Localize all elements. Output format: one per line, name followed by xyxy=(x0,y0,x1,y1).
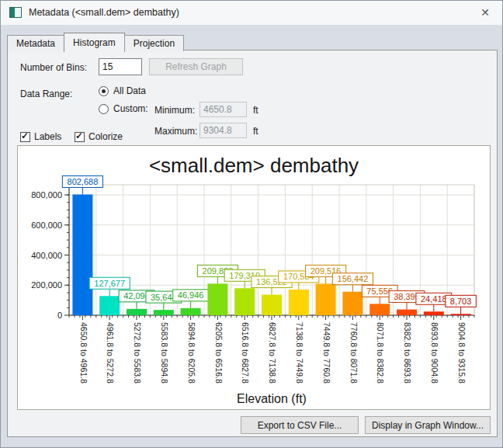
colorize-checkbox-label: Colorize xyxy=(88,131,123,142)
x-tick-label: 6516.8 to 6827.8 xyxy=(241,322,250,384)
bar-value-label: 8,703 xyxy=(450,297,472,306)
tab-metadata[interactable]: Metadata xyxy=(7,35,64,51)
x-tick-label: 4650.8 to 4961.8 xyxy=(79,322,88,384)
x-tick-label: 5272.8 to 5583.8 xyxy=(133,322,142,384)
y-tick-label: 200,000 xyxy=(31,280,62,290)
minimum-input[interactable] xyxy=(199,102,247,117)
refresh-graph-button[interactable]: Refresh Graph xyxy=(149,58,243,75)
x-tick-label: 9004.8 to 9315.8 xyxy=(457,322,467,384)
bar-value-label: 127,677 xyxy=(94,279,125,288)
metadata-dialog: Metadata (<small.dem> dembathy) ✕ Metada… xyxy=(0,0,503,448)
bar-value-label: 24,418 xyxy=(421,294,447,304)
check-icon: ✓ xyxy=(75,130,83,141)
histogram-bar xyxy=(181,308,201,315)
histogram-tab-page: Number of Bins: Refresh Graph Data Range… xyxy=(7,50,498,437)
histogram-bar xyxy=(262,295,282,315)
tab-strip: Metadata Histogram Projection xyxy=(7,33,184,51)
app-icon xyxy=(9,7,22,18)
maximum-label: Maximum: xyxy=(154,126,197,137)
x-tick-label: 6205.8 to 6516.8 xyxy=(214,322,224,384)
histogram-bar xyxy=(99,296,120,315)
histogram-bar xyxy=(342,292,363,315)
x-tick-label: 8693.8 to 9004.8 xyxy=(430,322,439,384)
histogram-bar xyxy=(234,288,255,315)
bar-value-label: 46,946 xyxy=(178,290,204,300)
tab-histogram[interactable]: Histogram xyxy=(64,33,125,52)
x-tick-label: 8382.8 to 8693.8 xyxy=(403,322,412,384)
maximum-unit-label: ft xyxy=(253,126,258,137)
histogram-bar xyxy=(397,310,417,315)
histogram-chart-panel: <small.dem> dembathy0200,000400,000600,0… xyxy=(17,145,491,410)
bar-value-label: 156,442 xyxy=(338,274,369,283)
window-title: Metadata (<small.dem> dembathy) xyxy=(29,1,179,25)
histogram-bar xyxy=(289,290,309,315)
display-in-graph-window-button[interactable]: Display in Graph Window... xyxy=(365,416,491,434)
tab-projection[interactable]: Projection xyxy=(124,35,184,51)
histogram-bar xyxy=(72,194,92,315)
labels-checkbox[interactable]: ✓ Labels xyxy=(20,131,61,142)
labels-checkbox-label: Labels xyxy=(34,131,61,142)
checkbox-icon[interactable]: ✓ xyxy=(75,132,85,142)
all-data-radio-label: All Data xyxy=(113,85,146,96)
x-tick-label: 4961.8 to 5272.8 xyxy=(106,322,115,384)
check-icon: ✓ xyxy=(21,130,29,141)
x-tick-label: 8071.8 to 8382.8 xyxy=(376,322,385,384)
histogram-bar xyxy=(369,304,390,315)
maximum-input[interactable] xyxy=(199,123,247,138)
x-tick-label: 5583.8 to 5894.8 xyxy=(160,322,169,384)
y-tick-label: 800,000 xyxy=(31,190,62,200)
x-tick-label: 7138.8 to 7449.8 xyxy=(295,322,304,384)
minimum-unit-label: ft xyxy=(253,105,258,116)
y-tick-label: 600,000 xyxy=(31,221,62,230)
histogram-bar xyxy=(424,311,444,315)
y-tick-label: 0 xyxy=(57,311,62,320)
radio-icon[interactable] xyxy=(99,104,109,114)
radio-icon[interactable] xyxy=(99,86,109,96)
bar-value-label: 802,688 xyxy=(68,177,99,186)
number-of-bins-input[interactable] xyxy=(99,58,142,75)
all-data-radio[interactable]: All Data xyxy=(99,85,146,96)
chart-title: <small.dem> dembathy xyxy=(149,154,359,177)
data-range-label: Data Range: xyxy=(20,89,72,99)
checkbox-icon[interactable]: ✓ xyxy=(20,132,30,142)
export-to-csv-button[interactable]: Export to CSV File... xyxy=(241,416,359,434)
histogram-bar xyxy=(207,283,227,315)
title-bar: Metadata (<small.dem> dembathy) ✕ xyxy=(1,1,502,25)
custom-radio[interactable]: Custom: xyxy=(99,103,148,114)
custom-radio-label: Custom: xyxy=(113,103,148,114)
minimum-label: Minimum: xyxy=(154,105,195,116)
y-tick-label: 400,000 xyxy=(31,251,62,260)
x-tick-label: 7760.8 to 8071.8 xyxy=(349,322,359,384)
histogram-bar xyxy=(154,310,174,315)
close-icon[interactable]: ✕ xyxy=(468,1,502,25)
x-tick-label: 5894.8 to 6205.8 xyxy=(187,322,196,384)
colorize-checkbox[interactable]: ✓ Colorize xyxy=(75,131,123,142)
histogram-bar xyxy=(127,309,147,315)
number-of-bins-label: Number of Bins: xyxy=(20,62,87,73)
x-tick-label: 7449.8 to 7760.8 xyxy=(322,322,331,384)
histogram-bar xyxy=(316,283,336,315)
x-tick-label: 6827.8 to 7138.8 xyxy=(268,322,277,384)
x-axis-title: Elevation (ft) xyxy=(237,392,307,405)
histogram-bar xyxy=(451,314,471,315)
histogram-chart: <small.dem> dembathy0200,000400,000600,0… xyxy=(18,146,490,409)
